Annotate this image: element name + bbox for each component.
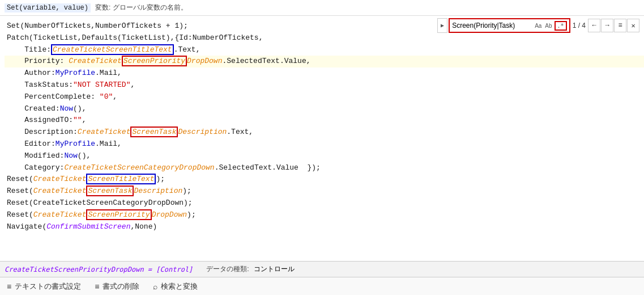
search-input[interactable] — [452, 22, 531, 30]
clear-format-button[interactable]: ≡ 書式の削除 — [95, 281, 139, 292]
status-bar: CreateTicketScreenPriorityDropDown = [Co… — [0, 261, 644, 277]
hint-keyword: Set(variable, value) — [5, 3, 91, 12]
search-input-container: Aa Ab .* — [449, 18, 570, 33]
title-text-ref: CreateTicketScreenTitleText — [51, 44, 174, 55]
clear-format-label: 書式の削除 — [103, 281, 139, 292]
reset-task-ref: ScreenTask — [86, 186, 134, 196]
search-next-button[interactable]: → — [601, 19, 613, 32]
status-type-label: データの種類: — [206, 264, 249, 274]
code-line-14: Reset(CreateTicketScreenTitleText); — [5, 174, 644, 186]
regex-button[interactable]: .* — [555, 21, 567, 31]
format-text-button[interactable]: ≡ テキストの書式設定 — [7, 281, 81, 292]
code-line-13: Category:CreateTicketScreenCategoryDropD… — [5, 162, 644, 174]
reset-title-ref: ScreenTitleText — [86, 174, 156, 184]
find-replace-label: 検索と変換 — [161, 281, 198, 292]
code-line-7: PercentComplete: "0", — [5, 91, 644, 103]
code-line-2: Patch(TicketList,Defaults(TicketList),{I… — [5, 32, 644, 44]
format-text-label: テキストの書式設定 — [15, 281, 81, 292]
find-replace-button[interactable]: ⌕ 検索と変換 — [153, 281, 198, 292]
code-line-11: Editor:MyProfile.Mail, — [5, 138, 644, 150]
clear-format-icon: ≡ — [95, 282, 99, 291]
code-line-18: Navigate(ConfirmSubmitScreen,None) — [5, 221, 644, 233]
priority-dropdown-ref: ScreenPriority — [122, 56, 187, 66]
code-line-6: TaskStatus:"NOT STARTED", — [5, 79, 644, 91]
search-options: Aa Ab .* — [534, 21, 567, 31]
search-count: 1 / 4 — [572, 22, 587, 30]
status-type-value: コントロール — [254, 264, 295, 274]
code-line-10: Description:CreateTicketScreenTaskDescri… — [5, 127, 644, 138]
code-line-3: Title:CreateTicketScreenTitleText.Text, — [5, 44, 644, 56]
code-line-15: Reset(CreateTicketScreenTaskDescription)… — [5, 186, 644, 197]
code-line-17: Reset(CreateTicketScreenPriorityDropDown… — [5, 209, 644, 221]
search-close-button[interactable]: ✕ — [627, 19, 639, 32]
search-bar[interactable]: ▶ Aa Ab .* 1 / 4 ← → ≡ ✕ — [437, 18, 639, 33]
status-control-label: CreateTicketScreenPriorityDropDown = [Co… — [5, 266, 193, 273]
code-line-4: Priority: CreateTicketScreenPriorityDrop… — [5, 56, 644, 68]
task-description-ref: ScreenTask — [130, 127, 178, 137]
code-editor[interactable]: Set(NumberOfTickets,NumberOfTickets + 1)… — [0, 16, 644, 261]
code-line-12: Modified:Now(), — [5, 150, 644, 162]
code-line-8: Created:Now(), — [5, 103, 644, 115]
hint-description: 変数: グローバル変数の名前。 — [95, 3, 187, 12]
code-line-5: Author:MyProfile.Mail, — [5, 68, 644, 79]
search-menu-button[interactable]: ≡ — [614, 19, 626, 32]
match-case-button[interactable]: Aa — [534, 22, 543, 30]
match-word-button[interactable]: Ab — [544, 22, 553, 30]
search-nav-buttons: ← → ≡ ✕ — [588, 19, 639, 32]
search-prev-button[interactable]: ← — [588, 19, 600, 32]
hint-bar: Set(variable, value) 変数: グローバル変数の名前。 — [0, 0, 644, 16]
code-line-16: Reset(CreateTicketScreenCategoryDropDown… — [5, 197, 644, 209]
code-line-9: AssignedTO:"", — [5, 115, 644, 127]
search-expand-button[interactable]: ▶ — [437, 18, 447, 33]
find-replace-icon: ⌕ — [153, 282, 157, 291]
reset-priority-ref: ScreenPriority — [86, 209, 151, 220]
format-text-icon: ≡ — [7, 282, 11, 291]
bottom-toolbar: ≡ テキストの書式設定 ≡ 書式の削除 ⌕ 検索と変換 — [0, 277, 644, 295]
